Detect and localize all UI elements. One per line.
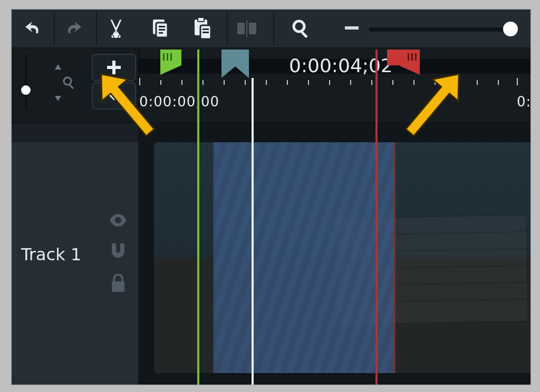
svg-point-13	[294, 21, 304, 32]
scissors-icon	[105, 17, 128, 40]
playhead-handle[interactable]	[221, 50, 249, 66]
ruler-tick-label: 0:0	[517, 94, 532, 110]
cut-button[interactable]	[105, 15, 128, 42]
search-icon	[291, 18, 311, 38]
svg-point-15	[64, 77, 71, 85]
svg-rect-16	[69, 84, 74, 89]
toolbar-divider	[227, 12, 228, 45]
annotation-arrow-left	[95, 62, 158, 146]
editor-frame: 0:00:00;00 0:0 0:00:04;02 Track 1	[11, 8, 532, 386]
selection-region[interactable]	[213, 142, 396, 373]
lock-icon	[110, 274, 126, 293]
track-visibility-toggle[interactable]	[105, 208, 131, 233]
track-lock-toggle[interactable]	[105, 271, 131, 296]
svg-rect-6	[198, 17, 204, 22]
svg-rect-3	[159, 29, 165, 31]
svg-rect-10	[237, 23, 245, 34]
track-label: Track 1	[21, 244, 81, 264]
paste-button[interactable]	[192, 15, 213, 42]
vertical-zoom-icon[interactable]	[61, 75, 77, 91]
redo-icon	[62, 18, 83, 39]
marker-in[interactable]	[160, 50, 181, 65]
zoom-out-minus-icon[interactable]	[345, 26, 359, 30]
svg-rect-12	[246, 20, 247, 37]
marker-in-line	[197, 50, 199, 385]
annotation-arrow-right	[402, 62, 465, 146]
svg-rect-8	[202, 28, 209, 30]
copy-button[interactable]	[150, 15, 171, 42]
split-button[interactable]	[235, 15, 258, 42]
svg-rect-19	[112, 281, 124, 292]
split-icon	[235, 18, 258, 39]
toolbar	[12, 9, 531, 48]
magnet-icon	[109, 242, 128, 261]
playhead-line	[252, 78, 254, 385]
redo-button[interactable]	[62, 15, 83, 42]
eye-icon	[109, 214, 128, 227]
marker-out-line	[375, 50, 378, 385]
svg-rect-9	[202, 32, 209, 33]
track-header: Track 1	[12, 123, 139, 385]
toolbar-divider	[96, 12, 97, 45]
svg-rect-2	[159, 26, 165, 27]
zoom-slider[interactable]	[369, 27, 517, 32]
track-snap-toggle[interactable]	[105, 239, 131, 264]
video-clip[interactable]	[154, 142, 531, 373]
svg-rect-4	[159, 32, 163, 34]
toolbar-divider	[273, 12, 274, 45]
undo-button[interactable]	[23, 15, 44, 42]
paste-icon	[192, 17, 213, 40]
copy-icon	[150, 18, 171, 39]
vertical-zoom-rail[interactable]	[25, 55, 27, 110]
vertical-zoom-knob[interactable]	[21, 85, 31, 95]
tracks-area: Track 1	[12, 123, 531, 385]
svg-rect-14	[301, 31, 307, 38]
zoom-button[interactable]	[291, 15, 311, 42]
zoom-slider-knob[interactable]	[503, 22, 518, 36]
undo-icon	[23, 18, 44, 39]
svg-rect-11	[249, 23, 256, 34]
toolbar-divider	[54, 12, 55, 45]
